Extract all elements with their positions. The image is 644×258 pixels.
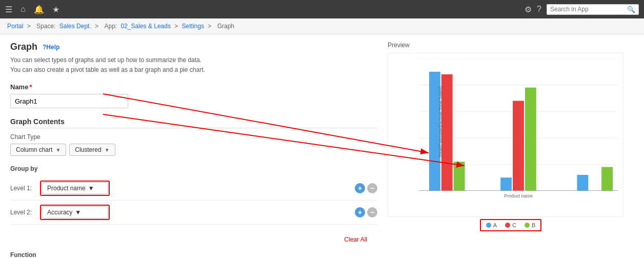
bar-office-A (500, 177, 512, 191)
breadcrumb-space[interactable]: Sales Dept. (59, 23, 91, 30)
legend-item-C: C (505, 222, 516, 228)
help-link[interactable]: ?Help (43, 44, 59, 51)
breadcrumb-app[interactable]: 02_Sales & Leads (121, 23, 171, 30)
gear-icon[interactable]: ⚙ (525, 5, 532, 14)
chevron-down-icon: ▼ (55, 147, 61, 153)
level1-highlight: Product name ▼ (40, 181, 110, 196)
graph-contents-title: Graph Contents (10, 117, 377, 128)
chart-wrapper: Total(Estimated/Actual Total Sales) 50,0… (388, 53, 634, 231)
search-icon: 🔍 (627, 6, 635, 13)
chart-type-label: Chart Type (10, 133, 373, 141)
home-icon[interactable]: ⌂ (21, 5, 26, 14)
breadcrumb-portal[interactable]: Portal (7, 23, 23, 30)
x-axis-label: Product name (419, 193, 618, 199)
level1-add-button[interactable]: + (355, 183, 365, 193)
breadcrumb-current: Graph (217, 23, 234, 30)
name-input[interactable] (10, 94, 128, 108)
level2-highlight: Accuracy ▼ (40, 205, 110, 220)
legend-label-B: B (532, 222, 535, 228)
main-content: Graph ?Help You can select types of grap… (0, 34, 644, 258)
level2-add-button[interactable]: + (355, 207, 365, 217)
nav-right: ⚙ ? 🔍 (525, 4, 639, 15)
legend-label-A: A (493, 222, 497, 228)
breadcrumb: Portal > Space: Sales Dept. > App: 02_Sa… (0, 18, 644, 34)
group-by-section: Group by Level 1: Product name ▼ + − Lev… (10, 165, 377, 225)
nav-left: ☰ ⌂ 🔔 ★ (5, 5, 59, 14)
page-title: Graph (10, 42, 37, 52)
bar-office-C (513, 101, 524, 191)
level1-label: Level 1: (10, 185, 36, 192)
chart-legend: A C B (480, 219, 542, 231)
required-star: * (29, 83, 32, 91)
clustered-dropdown[interactable]: Clustered ▼ (69, 144, 115, 156)
bar-office-B (525, 88, 536, 191)
function-title: Function (10, 251, 377, 258)
level2-row: Level 2: Accuracy ▼ + − (10, 201, 377, 225)
legend-item-A: A (486, 222, 497, 228)
hamburger-icon[interactable]: ☰ (5, 5, 12, 14)
bar-garoon-A (577, 175, 588, 191)
level1-row: Level 1: Product name ▼ + − (10, 176, 377, 201)
breadcrumb-settings[interactable]: Settings (182, 23, 204, 30)
star-icon[interactable]: ★ (52, 5, 59, 14)
breadcrumb-app-label: App: (104, 23, 118, 30)
function-section: Function Sum ▼ Estimated/Actual Total Sa… (10, 251, 377, 258)
legend-dot-A (486, 223, 491, 228)
search-box[interactable]: 🔍 (547, 4, 639, 15)
help-icon[interactable]: ? (537, 5, 541, 14)
chart-container: Total(Estimated/Actual Total Sales) 50,0… (388, 53, 623, 217)
legend-label-C: C (512, 222, 516, 228)
chart-type-dropdown[interactable]: Column chart ▼ (10, 144, 66, 156)
y-axis-label: Total(Estimated/Actual Total Sales) (438, 71, 443, 173)
level1-dropdown[interactable]: Product name ▼ (42, 182, 108, 194)
page-title-row: Graph ?Help (10, 42, 377, 52)
level2-label: Level 2: (10, 209, 36, 216)
bell-icon[interactable]: 🔔 (34, 5, 44, 14)
legend-dot-C (505, 223, 510, 228)
level2-actions: + − (355, 207, 377, 217)
clear-all-groupby-link[interactable]: Clear All (10, 233, 377, 246)
preview-title: Preview (388, 42, 634, 49)
description: You can select types of graphs and set u… (10, 55, 377, 75)
level2-dropdown[interactable]: Accuracy ▼ (42, 206, 108, 219)
group-by-title: Group by (10, 165, 377, 172)
level2-remove-button[interactable]: − (367, 207, 377, 217)
chart-type-row: Column chart ▼ Clustered ▼ (10, 144, 377, 156)
top-navigation: ☰ ⌂ 🔔 ★ ⚙ ? 🔍 (0, 0, 644, 18)
right-panel: Preview Total(Estimated/Actual Total Sal… (388, 42, 634, 258)
search-input[interactable] (550, 6, 627, 13)
level1-remove-button[interactable]: − (367, 183, 377, 193)
chevron-down-icon: ▼ (88, 185, 94, 192)
bar-garoon-B (601, 167, 613, 191)
breadcrumb-space-label: Space: (36, 23, 57, 30)
name-label: Name* (10, 83, 377, 91)
legend-dot-B (525, 223, 530, 228)
left-panel: Graph ?Help You can select types of grap… (10, 42, 377, 258)
chevron-down-icon: ▼ (105, 147, 110, 153)
chevron-down-icon: ▼ (75, 209, 81, 216)
level1-actions: + − (355, 183, 377, 193)
legend-item-B: B (525, 222, 535, 228)
